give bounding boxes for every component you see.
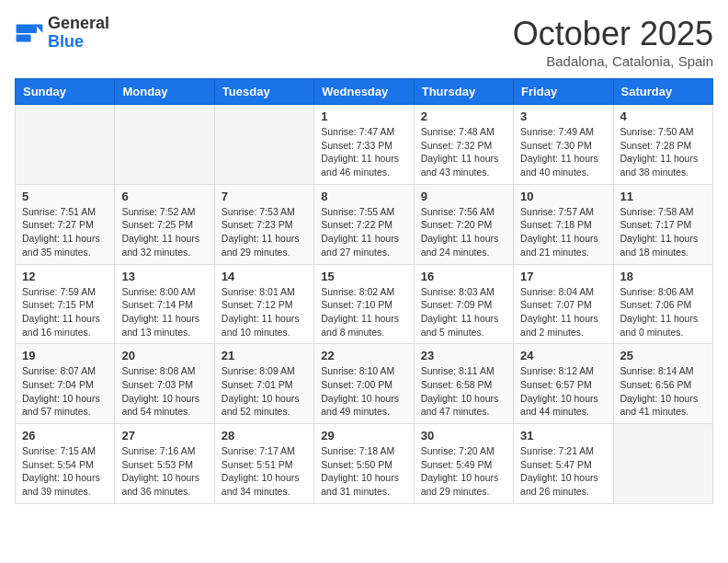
- day-number: 31: [520, 429, 606, 442]
- logo-text: General Blue: [48, 15, 109, 52]
- calendar-cell: 8Sunrise: 7:55 AM Sunset: 7:22 PM Daylig…: [314, 184, 414, 264]
- day-number: 25: [620, 349, 706, 362]
- day-number: 23: [421, 349, 506, 362]
- calendar-week-row: 5Sunrise: 7:51 AM Sunset: 7:27 PM Daylig…: [16, 184, 713, 264]
- day-number: 3: [520, 109, 606, 123]
- day-number: 12: [22, 270, 108, 283]
- calendar-cell: 6Sunrise: 7:52 AM Sunset: 7:25 PM Daylig…: [115, 184, 214, 264]
- day-number: 30: [421, 429, 506, 442]
- day-info: Sunrise: 7:51 AM Sunset: 7:27 PM Dayligh…: [22, 205, 108, 259]
- calendar-cell: 14Sunrise: 8:01 AM Sunset: 7:12 PM Dayli…: [214, 264, 313, 344]
- calendar-week-row: 26Sunrise: 7:15 AM Sunset: 5:54 PM Dayli…: [16, 424, 713, 504]
- day-number: 24: [520, 349, 606, 362]
- calendar-header-row: SundayMondayTuesdayWednesdayThursdayFrid…: [16, 79, 713, 105]
- calendar-cell: 4Sunrise: 7:50 AM Sunset: 7:28 PM Daylig…: [613, 105, 712, 185]
- day-number: 2: [421, 109, 506, 123]
- col-header-monday: Monday: [115, 79, 214, 105]
- calendar-cell: 31Sunrise: 7:21 AM Sunset: 5:47 PM Dayli…: [514, 424, 613, 504]
- day-info: Sunrise: 7:53 AM Sunset: 7:23 PM Dayligh…: [222, 205, 307, 259]
- calendar-cell: [613, 424, 712, 504]
- day-info: Sunrise: 7:47 AM Sunset: 7:33 PM Dayligh…: [321, 125, 406, 179]
- calendar-cell: 10Sunrise: 7:57 AM Sunset: 7:18 PM Dayli…: [514, 184, 613, 264]
- day-info: Sunrise: 7:17 AM Sunset: 5:51 PM Dayligh…: [222, 444, 307, 499]
- page-header: General Blue October 2025 Badalona, Cata…: [15, 15, 713, 69]
- title-block: October 2025 Badalona, Catalonia, Spain: [513, 15, 713, 69]
- calendar-cell: 22Sunrise: 8:10 AM Sunset: 7:00 PM Dayli…: [314, 344, 414, 424]
- calendar-cell: 5Sunrise: 7:51 AM Sunset: 7:27 PM Daylig…: [16, 184, 115, 264]
- calendar-cell: 16Sunrise: 8:03 AM Sunset: 7:09 PM Dayli…: [414, 264, 513, 344]
- day-info: Sunrise: 8:06 AM Sunset: 7:06 PM Dayligh…: [620, 285, 706, 339]
- day-info: Sunrise: 7:59 AM Sunset: 7:15 PM Dayligh…: [22, 285, 108, 339]
- calendar-cell: 23Sunrise: 8:11 AM Sunset: 6:58 PM Dayli…: [414, 344, 513, 424]
- calendar-cell: 28Sunrise: 7:17 AM Sunset: 5:51 PM Dayli…: [214, 424, 313, 504]
- day-info: Sunrise: 8:08 AM Sunset: 7:03 PM Dayligh…: [121, 364, 207, 419]
- day-number: 26: [22, 429, 108, 442]
- calendar-table: SundayMondayTuesdayWednesdayThursdayFrid…: [15, 78, 713, 504]
- day-number: 29: [321, 429, 406, 442]
- day-number: 17: [520, 270, 606, 283]
- day-number: 1: [321, 109, 406, 123]
- calendar-cell: 18Sunrise: 8:06 AM Sunset: 7:06 PM Dayli…: [613, 264, 712, 344]
- day-info: Sunrise: 8:00 AM Sunset: 7:14 PM Dayligh…: [121, 285, 207, 339]
- day-info: Sunrise: 7:52 AM Sunset: 7:25 PM Dayligh…: [121, 205, 207, 259]
- day-info: Sunrise: 7:20 AM Sunset: 5:49 PM Dayligh…: [421, 444, 506, 499]
- calendar-cell: 11Sunrise: 7:58 AM Sunset: 7:17 PM Dayli…: [613, 184, 712, 264]
- day-number: 9: [421, 190, 506, 203]
- day-number: 11: [620, 190, 706, 203]
- calendar-cell: 29Sunrise: 7:18 AM Sunset: 5:50 PM Dayli…: [314, 424, 414, 504]
- calendar-cell: [115, 105, 214, 185]
- day-number: 13: [121, 270, 207, 283]
- day-number: 10: [520, 190, 606, 203]
- day-info: Sunrise: 8:01 AM Sunset: 7:12 PM Dayligh…: [222, 285, 307, 339]
- calendar-cell: 20Sunrise: 8:08 AM Sunset: 7:03 PM Dayli…: [115, 344, 214, 424]
- day-number: 6: [121, 190, 207, 203]
- day-info: Sunrise: 7:50 AM Sunset: 7:28 PM Dayligh…: [620, 125, 706, 179]
- calendar-cell: 12Sunrise: 7:59 AM Sunset: 7:15 PM Dayli…: [16, 264, 115, 344]
- day-info: Sunrise: 7:16 AM Sunset: 5:53 PM Dayligh…: [121, 444, 207, 499]
- day-info: Sunrise: 7:58 AM Sunset: 7:17 PM Dayligh…: [620, 205, 706, 259]
- logo-icon: [15, 18, 44, 48]
- day-number: 14: [222, 270, 307, 283]
- day-info: Sunrise: 7:15 AM Sunset: 5:54 PM Dayligh…: [22, 444, 108, 499]
- col-header-friday: Friday: [514, 79, 613, 105]
- col-header-saturday: Saturday: [613, 79, 712, 105]
- day-info: Sunrise: 7:21 AM Sunset: 5:47 PM Dayligh…: [520, 444, 606, 499]
- calendar-week-row: 19Sunrise: 8:07 AM Sunset: 7:04 PM Dayli…: [16, 344, 713, 424]
- day-number: 20: [121, 349, 207, 362]
- calendar-cell: [214, 105, 313, 185]
- col-header-thursday: Thursday: [414, 79, 513, 105]
- day-number: 19: [22, 349, 108, 362]
- day-number: 5: [22, 190, 108, 203]
- location: Badalona, Catalonia, Spain: [513, 53, 713, 69]
- calendar-cell: 19Sunrise: 8:07 AM Sunset: 7:04 PM Dayli…: [16, 344, 115, 424]
- day-number: 28: [222, 429, 307, 442]
- day-number: 8: [321, 190, 406, 203]
- day-number: 22: [321, 349, 406, 362]
- calendar-cell: 26Sunrise: 7:15 AM Sunset: 5:54 PM Dayli…: [16, 424, 115, 504]
- calendar-cell: 2Sunrise: 7:48 AM Sunset: 7:32 PM Daylig…: [414, 105, 513, 185]
- day-info: Sunrise: 7:49 AM Sunset: 7:30 PM Dayligh…: [520, 125, 606, 179]
- day-info: Sunrise: 7:57 AM Sunset: 7:18 PM Dayligh…: [520, 205, 606, 259]
- day-info: Sunrise: 8:03 AM Sunset: 7:09 PM Dayligh…: [421, 285, 506, 339]
- calendar-cell: 13Sunrise: 8:00 AM Sunset: 7:14 PM Dayli…: [115, 264, 214, 344]
- day-info: Sunrise: 8:12 AM Sunset: 6:57 PM Dayligh…: [520, 364, 606, 419]
- col-header-tuesday: Tuesday: [214, 79, 313, 105]
- day-info: Sunrise: 7:48 AM Sunset: 7:32 PM Dayligh…: [421, 125, 506, 179]
- calendar-cell: [16, 105, 115, 185]
- day-info: Sunrise: 8:09 AM Sunset: 7:01 PM Dayligh…: [222, 364, 307, 419]
- logo: General Blue: [15, 15, 109, 52]
- calendar-cell: 21Sunrise: 8:09 AM Sunset: 7:01 PM Dayli…: [214, 344, 313, 424]
- day-info: Sunrise: 8:07 AM Sunset: 7:04 PM Dayligh…: [22, 364, 108, 419]
- day-number: 7: [222, 190, 307, 203]
- calendar-cell: 15Sunrise: 8:02 AM Sunset: 7:10 PM Dayli…: [314, 264, 414, 344]
- svg-rect-3: [17, 34, 31, 41]
- calendar-cell: 7Sunrise: 7:53 AM Sunset: 7:23 PM Daylig…: [214, 184, 313, 264]
- calendar-cell: 3Sunrise: 7:49 AM Sunset: 7:30 PM Daylig…: [514, 105, 613, 185]
- day-number: 15: [321, 270, 406, 283]
- day-info: Sunrise: 8:10 AM Sunset: 7:00 PM Dayligh…: [321, 364, 406, 419]
- day-info: Sunrise: 7:55 AM Sunset: 7:22 PM Dayligh…: [321, 205, 406, 259]
- col-header-sunday: Sunday: [16, 79, 115, 105]
- calendar-cell: 9Sunrise: 7:56 AM Sunset: 7:20 PM Daylig…: [414, 184, 513, 264]
- day-info: Sunrise: 8:02 AM Sunset: 7:10 PM Dayligh…: [321, 285, 406, 339]
- day-number: 27: [121, 429, 207, 442]
